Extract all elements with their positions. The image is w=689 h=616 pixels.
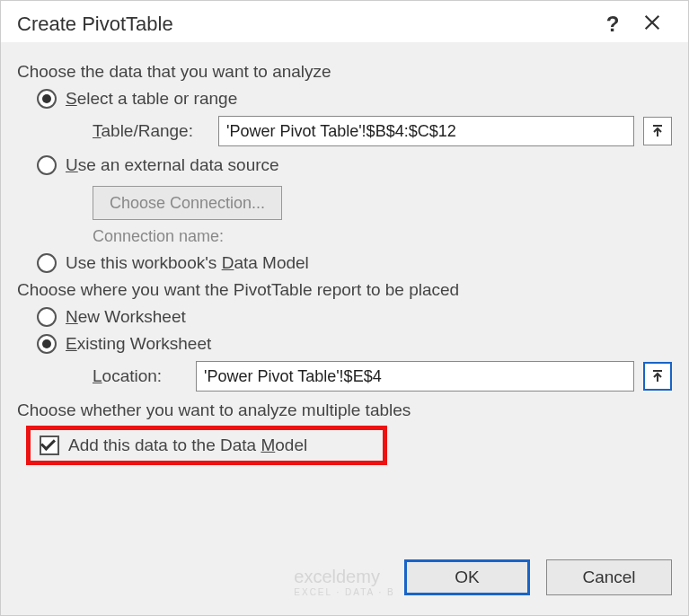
location-label: Location: (93, 366, 187, 386)
table-range-input[interactable] (218, 116, 634, 146)
checkbox-icon[interactable] (40, 436, 59, 455)
svg-rect-1 (653, 370, 662, 372)
dialog-title: Create PivotTable (17, 13, 593, 36)
location-row: Location: (93, 361, 672, 392)
dialog-content: Choose the data that you want to analyze… (1, 42, 688, 543)
location-input[interactable] (196, 361, 634, 392)
radio-workbook-datamodel[interactable]: Use this workbook's Data Model (37, 253, 672, 273)
cancel-button[interactable]: Cancel (546, 559, 672, 595)
table-range-label: Table/Range: (93, 121, 209, 141)
dialog-footer: OK Cancel (1, 543, 688, 615)
collapse-range-icon[interactable] (643, 362, 672, 391)
radio-select-table-range[interactable]: Select a table or range (37, 89, 672, 109)
radio-icon[interactable] (37, 334, 57, 354)
radio-icon[interactable] (37, 89, 57, 109)
radio-label: Existing Worksheet (66, 334, 211, 354)
radio-icon[interactable] (37, 253, 57, 273)
svg-rect-0 (653, 125, 662, 127)
radio-icon[interactable] (37, 307, 57, 327)
close-icon[interactable] (632, 13, 672, 37)
section-placement-label: Choose where you want the PivotTable rep… (17, 280, 672, 300)
radio-existing-worksheet[interactable]: Existing Worksheet (37, 334, 672, 354)
radio-icon[interactable] (37, 155, 57, 175)
help-icon[interactable]: ? (593, 12, 632, 37)
choose-connection-button: Choose Connection... (93, 186, 282, 220)
collapse-range-icon[interactable] (643, 117, 672, 145)
radio-external-source[interactable]: Use an external data source (37, 155, 672, 175)
radio-label: Select a table or range (66, 89, 237, 109)
titlebar: Create PivotTable ? (1, 1, 688, 42)
radio-label: Use an external data source (66, 155, 279, 175)
radio-label: New Worksheet (66, 307, 186, 327)
create-pivottable-dialog: Create PivotTable ? Choose the data that… (1, 1, 688, 615)
ok-button[interactable]: OK (404, 559, 530, 595)
radio-label: Use this workbook's Data Model (66, 253, 309, 273)
radio-new-worksheet[interactable]: New Worksheet (37, 307, 672, 327)
add-to-data-model-row[interactable]: Add this data to the Data Model (26, 426, 387, 465)
checkbox-label: Add this data to the Data Model (68, 436, 307, 455)
connection-name-label: Connection name: (93, 227, 672, 246)
table-range-row: Table/Range: (93, 116, 672, 146)
section-multiple-tables-label: Choose whether you want to analyze multi… (17, 400, 672, 420)
section-analyze-label: Choose the data that you want to analyze (17, 62, 672, 82)
